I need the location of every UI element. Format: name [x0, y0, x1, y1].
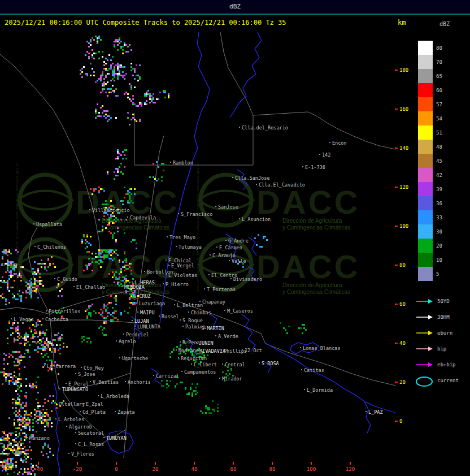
city-label: Perdriel	[126, 332, 149, 337]
km-unit-label-top: km	[398, 19, 406, 27]
city-label: La_Carrera	[47, 364, 76, 369]
city-label: MENDOZA	[124, 284, 145, 290]
legend-scale-label: 80	[436, 45, 442, 51]
y-axis-label: 120	[399, 184, 408, 190]
legend-symbol-label: eb+bip	[437, 362, 456, 367]
city-label: P_Hierro	[166, 282, 189, 287]
city-label: JUNIN	[199, 340, 214, 346]
city-label: C_Guido	[57, 276, 77, 282]
city-label: Agrelo	[119, 339, 136, 344]
x-axis-label: 100	[307, 466, 316, 472]
y-axis-label: 180	[399, 67, 408, 73]
legend-scale-label: 20	[436, 243, 442, 249]
legend-swatch	[418, 69, 433, 83]
city-label: G_CRUZ	[133, 293, 151, 299]
dacc-watermark: www.contingencias.mendoza.gov.arDACCDire…	[195, 226, 360, 295]
legend-symbol-label: eburn	[437, 330, 452, 336]
watermark-url: www.contingencias.mendoza.gov.ar	[195, 226, 200, 292]
legend-scale-label: 39	[436, 187, 442, 192]
legend-title: dBZ	[439, 21, 450, 27]
legend-swatch	[418, 267, 433, 281]
x-axis-label: 0	[115, 466, 118, 472]
city-label: Secatoral	[78, 430, 104, 436]
city-label: Chapanay	[202, 299, 225, 305]
timestamp-header: 2025/12/21 00:16:00 UTC Composite Tracks…	[5, 19, 286, 27]
y-axis-label: 0	[399, 418, 402, 424]
legend-scale-label: 54	[436, 116, 442, 122]
city-label: TUPUNGATO	[62, 387, 88, 392]
legend-swatch	[418, 210, 433, 224]
city-label: Cto_Rey	[84, 365, 104, 371]
city-label: E_Peral	[68, 381, 89, 387]
x-axis-label: 40	[192, 466, 198, 472]
city-label: Uspallata	[36, 222, 62, 227]
legend-swatch	[418, 196, 433, 210]
legend-symbol-label: 50YD	[437, 298, 450, 304]
city-label: Campamentos	[184, 369, 216, 375]
legend-scale-label: 57	[436, 102, 442, 107]
legend-scale-label: 45	[436, 158, 442, 164]
city-label: Lomas_Blancas	[303, 345, 341, 351]
city-label: E_Carmen	[219, 245, 242, 250]
city-label: Russel	[162, 314, 179, 319]
legend-scale-label: 42	[436, 172, 442, 178]
city-label: E-1-736	[305, 165, 325, 170]
x-axis-label: 20	[153, 466, 159, 472]
city-label: Tulumaya	[179, 244, 202, 250]
legend-swatch	[418, 154, 433, 168]
city-label: S_Jose	[78, 371, 95, 377]
radar-map[interactable]: www.contingencias.mendoza.gov.arDACCDire…	[0, 0, 470, 476]
legend-arrowhead-icon	[428, 299, 433, 304]
dacc-swoosh-icon	[18, 191, 72, 210]
city-label: Gltallary	[59, 401, 85, 407]
city-label: Zapata	[118, 409, 135, 415]
city-label: M_Caseros	[227, 308, 253, 314]
city-label: TUNUYAN	[106, 435, 127, 441]
city-label: L_Asuncion	[242, 217, 271, 222]
legend-scale-label: 36	[436, 201, 442, 206]
dacc-globe-icon	[20, 175, 71, 226]
legend-swatch	[418, 239, 433, 253]
city-label: LUJAN	[134, 318, 149, 324]
legend-scale-label: 5	[436, 271, 439, 277]
legend-swatch	[418, 140, 433, 154]
city-label: Clla.SanJose	[235, 175, 269, 181]
city-label: R_Pena	[182, 340, 200, 345]
watermark-url: www.contingencias.mendoza.gov.ar	[195, 162, 200, 227]
legend-swatch	[418, 168, 433, 182]
city-label: L_Dormida	[307, 387, 333, 393]
y-axis-label: 20	[399, 379, 406, 385]
radar-window: dBZ www.contingencias.mendoza.gov.arDACC…	[0, 0, 470, 476]
city-label: Algarrob	[69, 424, 92, 430]
city-label: S-MARTIN	[201, 326, 224, 331]
legend-arrowhead-icon	[428, 347, 433, 351]
legend-arrowhead-icon	[428, 362, 433, 367]
city-label: L_Vegas	[14, 317, 34, 322]
city-label: El_Challao	[76, 284, 105, 290]
watermark-subtitle-1: Dirección de Agricultura	[282, 282, 342, 288]
city-label: A_Verde	[218, 334, 238, 339]
legend-symbol-label: current	[437, 378, 459, 383]
legend-swatch	[418, 224, 433, 239]
legend-swatch	[418, 55, 433, 69]
city-label: L_Violetas	[168, 272, 197, 278]
city-label: V_Flores	[71, 451, 94, 457]
y-axis-label: 40	[399, 340, 406, 346]
legend-scale-label: 10	[436, 257, 442, 263]
city-label: 12_Oct	[245, 348, 262, 353]
city-label: Potrerillos	[49, 309, 80, 314]
city-label: L_Libert	[194, 362, 217, 367]
dbz-legend-panel: dBZ80706560575451484542393633302010550YD…	[416, 21, 459, 386]
x-axis: -40-20020406080100120	[34, 462, 355, 472]
watermark-url: www.contingencias.mendoza.gov.ar	[15, 226, 19, 292]
city-label: SanJose	[218, 204, 238, 210]
city-label: C_Araujo	[212, 253, 236, 258]
city-label: Clla.El_Cavadito	[259, 182, 305, 188]
watermark-subtitle-2: y Contingencias Climáticas	[282, 224, 350, 231]
x-axis-label: 60	[230, 466, 237, 472]
city-label: Luzuriaga	[139, 301, 165, 306]
city-label: L_Arboleda	[101, 393, 129, 399]
watermark-subtitle-1: Dirección de Agricultura	[282, 218, 342, 224]
city-label: Central	[225, 362, 245, 367]
city-label: Clla.del_Rosario	[242, 125, 288, 131]
